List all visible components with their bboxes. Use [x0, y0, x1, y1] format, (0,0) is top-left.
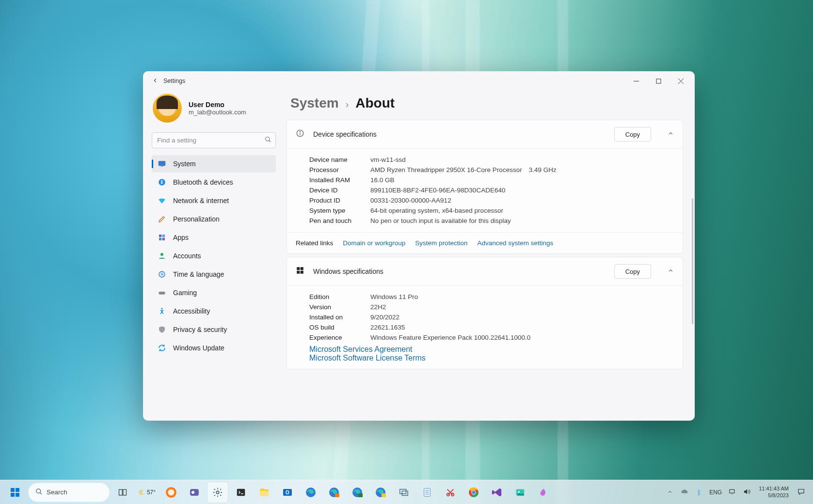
device-spec-copy-button[interactable]: Copy [614, 127, 651, 142]
pinned-app-edge-beta[interactable] [324, 482, 344, 503]
system-icon [158, 159, 166, 168]
windows-spec-copy-button[interactable]: Copy [614, 264, 651, 279]
svg-text:O: O [286, 490, 289, 495]
taskbar: Search 🌤️ 57° O ᛒ ENG 11:41:43 AM 5/8/20… [0, 480, 813, 504]
pinned-app-snip[interactable] [440, 482, 461, 503]
spec-row: System type64-bit operating system, x64-… [309, 206, 674, 216]
weather-widget[interactable]: 🌤️ 57° [136, 483, 158, 502]
svg-rect-48 [382, 493, 386, 497]
link-system-protection[interactable]: System protection [415, 239, 467, 247]
pinned-app-settings[interactable] [207, 482, 228, 503]
search-field[interactable] [157, 137, 265, 144]
windows-spec-header[interactable]: Windows specifications Copy [287, 257, 683, 285]
sidebar: User Demo m_lab@outlook.com System Bluet… [143, 91, 285, 421]
device-specifications-panel: Device specifications Copy Device namevm… [287, 120, 683, 254]
link-advanced-system-settings[interactable]: Advanced system settings [477, 239, 553, 247]
pinned-app-explorer[interactable] [254, 482, 274, 503]
sidebar-item-system[interactable]: System [152, 155, 276, 173]
svg-line-30 [40, 492, 42, 494]
svg-rect-12 [159, 238, 161, 240]
sidebar-item-time[interactable]: Time & language [152, 266, 276, 283]
search-icon [35, 488, 43, 497]
sidebar-item-update[interactable]: Windows Update [152, 339, 276, 357]
start-button[interactable] [5, 482, 25, 503]
pinned-app-chrome[interactable] [463, 482, 484, 503]
sidebar-item-privacy[interactable]: Privacy & security [152, 321, 276, 338]
windows-spec-body: EditionWindows 11 Pro Version22H2 Instal… [287, 285, 683, 369]
maximize-button[interactable] [647, 71, 670, 91]
sidebar-item-accessibility[interactable]: Accessibility [152, 302, 276, 320]
svg-rect-1 [656, 79, 661, 83]
content: System › About Device specifications Cop… [285, 91, 695, 421]
settings-window: Settings User Demo m_lab@outlook.com [143, 71, 695, 421]
svg-point-36 [191, 491, 194, 494]
sidebar-item-gaming[interactable]: Gaming [152, 284, 276, 301]
sidebar-item-label: Bluetooth & devices [173, 178, 233, 186]
chevron-up-icon[interactable] [668, 267, 674, 276]
spec-row: OS build22621.1635 [309, 323, 674, 333]
pinned-app-outlook[interactable]: O [277, 482, 298, 503]
svg-rect-16 [159, 292, 165, 295]
svg-rect-50 [402, 491, 408, 495]
back-button[interactable] [147, 77, 163, 85]
taskbar-search[interactable]: Search [28, 483, 110, 502]
pinned-app-rdp[interactable] [394, 482, 414, 503]
brush-icon [158, 215, 166, 223]
scrollbar[interactable] [692, 198, 693, 324]
pinned-app-vs[interactable] [487, 482, 507, 503]
breadcrumb-parent[interactable]: System [290, 95, 339, 111]
sidebar-item-bluetooth[interactable]: Bluetooth & devices [152, 173, 276, 191]
link-license-terms[interactable]: Microsoft Software License Terms [309, 354, 426, 362]
bluetooth-icon [158, 178, 166, 187]
pinned-app-notepad[interactable] [417, 482, 437, 503]
pinned-app-edge-dev[interactable] [347, 482, 367, 503]
link-services-agreement[interactable]: Microsoft Services Agreement [309, 345, 413, 353]
svg-point-20 [300, 131, 300, 132]
search-input[interactable] [152, 132, 276, 148]
device-spec-header[interactable]: Device specifications Copy [287, 120, 683, 148]
spec-row: Device ID899110EB-8BF2-4FE0-96EA-98D30CA… [309, 186, 674, 196]
tray-notifications-icon[interactable] [796, 488, 806, 497]
page-title: About [355, 95, 395, 111]
wifi-icon [158, 196, 166, 205]
pinned-app-photos[interactable] [510, 482, 530, 503]
sidebar-item-network[interactable]: Network & internet [152, 192, 276, 209]
pinned-app-firefox[interactable] [161, 482, 181, 503]
tray-network-icon[interactable] [727, 488, 737, 497]
avatar [153, 94, 182, 123]
tray-clock[interactable]: 11:41:43 AM 5/8/2023 [756, 486, 792, 499]
spec-row: Installed on9/20/2022 [309, 313, 674, 323]
chevron-up-icon[interactable] [668, 130, 674, 139]
pinned-app-edge-canary[interactable] [370, 482, 391, 503]
tray-chevron-up-icon[interactable] [665, 488, 675, 496]
svg-line-5 [269, 140, 271, 142]
sidebar-item-personalization[interactable]: Personalization [152, 210, 276, 228]
svg-point-59 [472, 490, 476, 494]
breadcrumb: System › About [287, 93, 683, 120]
svg-rect-44 [335, 493, 339, 497]
task-view-button[interactable] [112, 482, 133, 503]
tray-language[interactable]: ENG [708, 489, 723, 496]
pinned-app-paint[interactable] [533, 482, 554, 503]
link-domain-workgroup[interactable]: Domain or workgroup [343, 239, 405, 247]
tray-volume-icon[interactable] [741, 488, 752, 497]
weather-temp: 57° [147, 489, 156, 496]
pinned-app-edge[interactable] [301, 482, 321, 503]
close-button[interactable] [670, 71, 692, 91]
tray-bluetooth-icon[interactable]: ᛒ [694, 488, 704, 496]
person-icon [158, 252, 166, 260]
sidebar-item-apps[interactable]: Apps [152, 229, 276, 246]
tray-onedrive-icon[interactable] [679, 487, 690, 497]
user-tile[interactable]: User Demo m_lab@outlook.com [152, 92, 276, 131]
pinned-app-terminal[interactable] [231, 482, 251, 503]
accessibility-icon [158, 307, 166, 315]
update-icon [158, 344, 166, 352]
pinned-app-teams[interactable] [184, 482, 205, 503]
gamepad-icon [158, 288, 166, 297]
svg-rect-46 [358, 493, 363, 497]
minimize-button[interactable] [625, 71, 647, 91]
clock-icon [158, 270, 166, 279]
svg-rect-23 [297, 271, 300, 274]
sidebar-item-accounts[interactable]: Accounts [152, 247, 276, 265]
svg-rect-13 [162, 238, 165, 240]
